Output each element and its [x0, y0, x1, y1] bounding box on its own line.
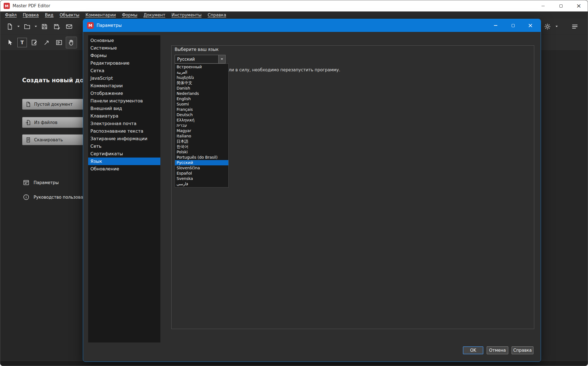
language-option[interactable]: Português (do Brasil) [175, 155, 228, 160]
dialog-minimize-button[interactable] [487, 19, 504, 32]
help-button[interactable]: Справка [512, 346, 533, 354]
menu-comments[interactable]: Комментарии [83, 13, 119, 18]
language-option[interactable]: العربية [175, 70, 228, 75]
category-item[interactable]: Внешний вид [88, 105, 160, 112]
category-item[interactable]: JavaScript [88, 74, 160, 82]
dialog-close-button[interactable]: × [522, 19, 539, 32]
info-icon [23, 194, 30, 201]
language-option[interactable]: Deutsch [175, 112, 228, 118]
user-guide-link-label: Руководство пользова [34, 195, 83, 200]
language-option[interactable]: Español [175, 171, 228, 176]
from-files-button[interactable]: Из файлов [22, 117, 83, 128]
menu-file[interactable]: Файл [2, 13, 20, 18]
new-document-button[interactable] [4, 21, 15, 32]
save-as-button[interactable] [51, 21, 62, 32]
category-item[interactable]: Основные [88, 37, 160, 44]
ok-button[interactable]: OK [463, 346, 483, 354]
language-option[interactable]: Nederlands [175, 91, 228, 96]
language-option[interactable]: Italiano [175, 133, 228, 139]
language-option-selected[interactable]: Русский [175, 160, 228, 165]
blank-document-button[interactable]: Пустой документ [22, 99, 83, 110]
chevron-down-icon [35, 26, 37, 27]
language-option[interactable]: Danish [175, 86, 228, 91]
user-guide-link[interactable]: Руководство пользова [23, 194, 83, 201]
language-option[interactable]: Ελληνική [175, 118, 228, 123]
dialog-maximize-button[interactable] [504, 19, 522, 32]
preferences-link[interactable]: Параметры [23, 179, 59, 186]
language-dropdown-list: Встроенный العربية հայերեն 简体中文 Danish N… [175, 64, 229, 187]
main-menu-button[interactable] [569, 21, 580, 32]
pointer-tool-button[interactable] [4, 37, 15, 48]
page-edit-tool-button[interactable] [29, 37, 40, 48]
category-item[interactable]: Обновление [88, 165, 160, 173]
object-select-tool-button[interactable] [41, 37, 52, 48]
cancel-button[interactable]: Отмена [487, 346, 508, 354]
category-item[interactable]: Комментарии [88, 82, 160, 90]
category-item[interactable]: Системные [88, 44, 160, 52]
language-option[interactable]: Suomi [175, 102, 228, 107]
language-select-label: Выберите ваш язык [175, 47, 219, 52]
language-option[interactable]: Français [175, 107, 228, 112]
language-option[interactable]: 한국어 [175, 144, 228, 149]
category-item[interactable]: Панели инструментов [88, 97, 160, 105]
open-file-dropdown-button[interactable] [34, 21, 38, 32]
scan-button[interactable]: Сканировать [22, 134, 83, 145]
language-option[interactable]: Magyar [175, 128, 228, 133]
envelope-icon [65, 23, 73, 30]
language-option[interactable]: Polski [175, 149, 228, 155]
language-option[interactable]: հայերեն [175, 75, 228, 80]
language-option[interactable]: English [175, 96, 228, 102]
menu-edit[interactable]: Правка [20, 13, 42, 18]
settings-dropdown-button[interactable] [555, 21, 559, 32]
hamburger-menu-icon [571, 23, 579, 30]
language-combobox[interactable]: Русский [175, 55, 226, 64]
category-item[interactable]: Редактирование [88, 59, 160, 67]
minimize-icon [542, 6, 545, 6]
settings-button[interactable] [542, 21, 553, 32]
language-option[interactable]: 日本語 [175, 139, 228, 144]
category-item[interactable]: Распознавание текста [88, 127, 160, 135]
category-item[interactable]: Электронная почта [88, 120, 160, 127]
menu-objects[interactable]: Объекты [57, 13, 83, 18]
category-item[interactable]: Клавиатура [88, 112, 160, 120]
category-item[interactable]: Сеть [88, 142, 160, 150]
app-titlebar: M Master PDF Editor × [0, 0, 588, 11]
language-option[interactable]: 简体中文 [175, 80, 228, 86]
form-fields-tool-button[interactable] [53, 37, 65, 48]
language-option[interactable]: فارسی [175, 181, 228, 187]
gear-icon [544, 23, 551, 30]
language-combobox-value: Русский [175, 55, 218, 63]
blank-document-icon [25, 101, 31, 107]
language-option[interactable]: עברית [175, 123, 228, 128]
menu-tools[interactable]: Инструменты [168, 13, 205, 18]
language-option[interactable]: Slovenščina [175, 165, 228, 171]
app-logo-icon: M [4, 3, 10, 9]
menu-forms[interactable]: Формы [119, 13, 140, 18]
menu-help[interactable]: Справка [205, 13, 229, 18]
category-item[interactable]: Затирание информации [88, 135, 160, 142]
save-as-icon [53, 23, 60, 30]
settings-category-list: Основные Системные Формы Редактирование … [88, 35, 160, 342]
maximize-icon [512, 24, 515, 27]
language-option[interactable]: Встроенный [175, 64, 228, 70]
text-edit-tool-button[interactable]: T [17, 37, 28, 48]
category-item[interactable]: Отображение [88, 90, 160, 97]
minimize-button[interactable] [534, 0, 552, 11]
save-button[interactable] [39, 21, 50, 32]
new-document-dropdown-button[interactable] [17, 21, 20, 32]
category-item[interactable]: Сетка [88, 67, 160, 74]
hand-pan-tool-button[interactable] [66, 37, 77, 48]
category-item[interactable]: Сертификаты [88, 150, 160, 158]
close-icon: × [528, 22, 533, 29]
category-item[interactable]: Формы [88, 52, 160, 59]
menu-document[interactable]: Документ [140, 13, 168, 18]
close-button[interactable]: × [570, 0, 588, 11]
send-email-button[interactable] [64, 21, 75, 32]
combobox-dropdown-button[interactable] [218, 55, 225, 63]
maximize-button[interactable] [552, 0, 570, 11]
category-item-selected[interactable]: Язык [88, 158, 160, 165]
scan-label: Сканировать [34, 137, 63, 142]
language-option[interactable]: Svenska [175, 176, 228, 181]
menu-view[interactable]: Вид [42, 13, 57, 18]
open-file-button[interactable] [22, 21, 33, 32]
